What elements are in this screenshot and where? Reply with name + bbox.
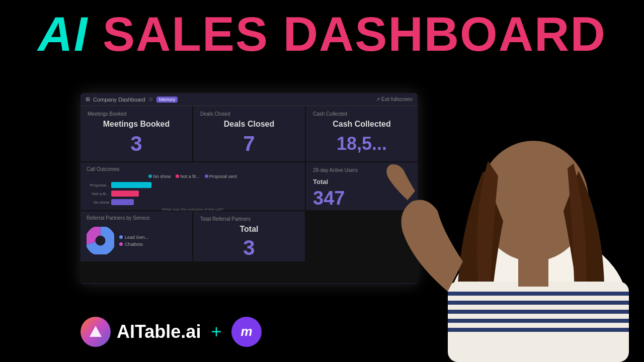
ai-label: AI [38,7,88,61]
legend-not-a-fit: Not a fit... [176,174,200,179]
dashboard-header-left: ⊞ Company Dashboard ☆ Memory [86,96,178,103]
bar-label-proposal: Proposal... [87,183,109,188]
pie-dot-chatbots [119,242,123,246]
bar-not-fit [111,191,139,197]
total-referral-label: Total [200,225,298,234]
dashboard-badge: Memory [156,97,178,103]
pie-legend-chatbots: Chatbots [119,242,148,247]
deals-closed-title: Deals Closed [200,111,298,117]
dashboard-star-icon: ☆ [148,96,153,103]
svg-rect-7 [448,301,629,305]
meetings-booked-value: 3 [88,131,185,156]
deals-closed-widget: Deals Closed Deals Closed 7 [193,106,305,161]
svg-rect-11 [518,251,548,287]
referral-partners-title: Referral Partners by Service [87,215,186,221]
meetings-booked-widget: Meetings Booked Meetings Booked 3 [80,106,192,161]
dashboard-icon: ⊞ [86,96,90,103]
pie-label-leadgen: Lead Gen... [125,235,148,240]
bar-label-no-show: No show [87,200,109,205]
deals-closed-label: Deals Closed [200,120,298,129]
bar-proposal [111,182,151,188]
bar-label-not-fit: Not a fit... [87,192,109,196]
svg-rect-6 [448,292,629,296]
aitable-logo: AITable.ai [80,317,201,347]
meetings-booked-title: Meetings Booked [88,111,185,117]
bar-row-not-fit: Not a fit... [87,191,299,197]
total-referral-widget: Total Referral Partners Total 3 [193,211,305,261]
chart-legend: No show Not a fit... Proposal sent [87,174,299,179]
meetings-booked-label: Meetings Booked [88,120,185,129]
dashboard-title: Company Dashboard [93,97,145,103]
aitable-icon-svg [88,324,104,340]
svg-marker-12 [90,326,102,337]
svg-text:m: m [241,324,253,339]
pie-chart [87,227,114,254]
logos-area: AITable.ai + m [80,317,262,347]
pie-legend-leadgen: Lead Gen... [119,235,148,240]
pie-area: Lead Gen... Chatbots [87,224,186,257]
pie-legend: Lead Gen... Chatbots [119,235,148,247]
makecom-logo: m [231,317,262,347]
referral-partners-widget: Referral Partners by Service Lead Gen... [80,211,192,261]
call-outcomes-title: Call Outcomes [87,166,299,172]
call-outcomes-chart: Proposal... Not a fit... No show [87,182,299,205]
aitable-text: AITable.ai [117,321,201,342]
person-area [362,70,644,362]
total-referral-title: Total Referral Partners [200,216,298,222]
bar-row-proposal: Proposal... [87,182,299,188]
svg-rect-10 [448,328,629,332]
sales-label: SALES DASHBOARD [88,7,606,61]
deals-closed-value: 7 [200,131,298,156]
pie-dot-leadgen [119,235,123,239]
bar-row-no-show: No show [87,199,299,205]
call-outcomes-widget: Call Outcomes No show Not a fit... Propo… [80,162,305,210]
total-referral-value: 3 [200,236,298,260]
svg-rect-8 [448,310,629,314]
legend-proposal-sent: Proposal sent [205,174,237,179]
svg-rect-9 [448,319,629,323]
hero-title-container: AI SALES DASHBOARD [0,10,644,58]
aitable-icon [80,317,111,347]
makecom-icon-svg: m [237,323,256,341]
plus-sign: + [211,321,221,342]
svg-point-2 [97,237,105,245]
bar-no-show [111,199,134,205]
legend-no-show: No show [148,174,171,179]
pie-label-chatbots: Chatbots [125,242,143,247]
